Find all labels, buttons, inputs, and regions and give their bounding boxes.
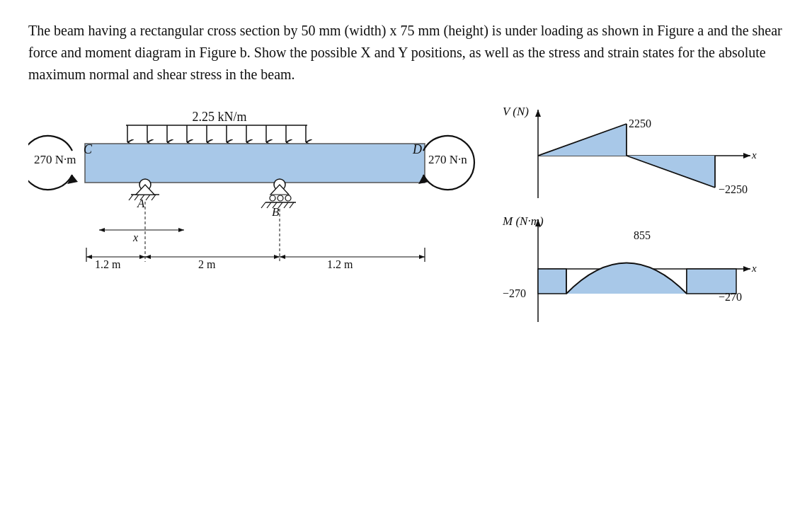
dim-2m: 2 m: [145, 255, 280, 270]
svg-marker-51: [535, 110, 541, 117]
beam-svg: 2.25 kN/m: [28, 103, 481, 336]
point-a-label: A: [137, 197, 145, 210]
m-neg-right-label: −270: [719, 291, 742, 303]
svg-text:x: x: [132, 231, 138, 243]
v-axis-title: V (N): [503, 105, 529, 118]
svg-point-24: [278, 195, 283, 201]
svg-point-23: [270, 195, 275, 201]
dim-1-2m-right-label: 1.2 m: [327, 258, 353, 270]
svg-line-32: [290, 202, 294, 208]
svg-marker-44: [280, 255, 285, 259]
v-neg-label: −2250: [719, 183, 748, 195]
problem-statement: The beam having a rectangular cross sect…: [28, 23, 782, 82]
svg-marker-38: [86, 255, 92, 259]
x-dimension: x: [99, 228, 184, 243]
svg-line-27: [261, 202, 265, 208]
svg-marker-63: [743, 266, 750, 272]
m-x-label: x: [751, 263, 757, 274]
distributed-load-arrows: [126, 125, 307, 142]
svg-rect-64: [538, 269, 566, 294]
svg-marker-42: [274, 255, 280, 259]
bending-moment-diagram: M (N·m) x: [502, 214, 757, 322]
svg-marker-41: [145, 255, 151, 259]
left-moment: 270 N·m: [28, 136, 78, 190]
v-pos-label: 2250: [629, 117, 651, 130]
problem-text: The beam having a rectangular cross sect…: [28, 20, 784, 86]
m-neg-left-label: −270: [503, 287, 526, 299]
svg-point-25: [285, 195, 291, 201]
svg-marker-53: [743, 153, 750, 159]
point-b-label: B: [272, 205, 280, 219]
svg-marker-35: [178, 228, 184, 232]
svg-line-19: [151, 195, 156, 200]
v-x-label: x: [751, 149, 757, 161]
svg-marker-20: [136, 185, 154, 195]
dim-1-2m-left-label: 1.2 m: [95, 258, 121, 270]
dim-1-2m-right: 1.2 m: [280, 255, 425, 270]
figure-b: V (N) x: [496, 103, 779, 336]
point-c: C: [84, 142, 93, 156]
svg-rect-67: [687, 269, 736, 294]
svg-marker-39: [139, 255, 145, 259]
diagrams-svg: V (N) x: [496, 103, 779, 336]
page: The beam having a rectangular cross sect…: [0, 0, 812, 518]
dim-1-2m-left: 1.2 m: [86, 255, 145, 270]
beam-body: [85, 144, 425, 183]
point-d: D: [412, 142, 422, 156]
right-moment: 270 N·n: [418, 136, 474, 190]
svg-line-15: [129, 195, 133, 200]
figures-row: 2.25 kN/m: [28, 103, 784, 336]
m-pos-label: 855: [634, 229, 651, 241]
svg-marker-22: [270, 185, 289, 195]
svg-marker-45: [419, 255, 425, 259]
dim-2m-label: 2 m: [198, 258, 216, 270]
support-b: [261, 179, 296, 208]
svg-line-18: [146, 195, 150, 200]
svg-line-31: [284, 202, 288, 208]
moment-right-label: 270 N·n: [428, 153, 467, 166]
shear-force-diagram: V (N) x: [503, 105, 757, 198]
svg-line-28: [267, 202, 271, 208]
dist-load-label: 2.25 kN/m: [192, 110, 246, 124]
moment-left-label: 270 N·m: [34, 153, 76, 166]
figure-a: 2.25 kN/m: [28, 103, 481, 336]
svg-marker-34: [99, 228, 105, 232]
